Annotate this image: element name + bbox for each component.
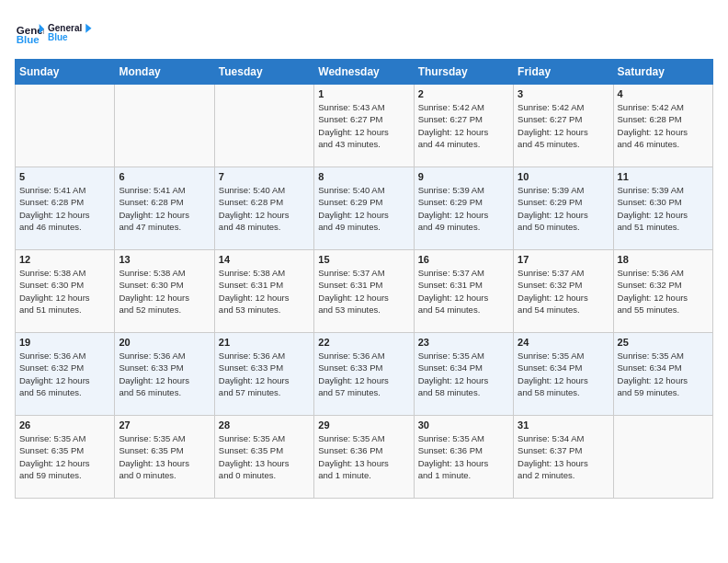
calendar-cell (214, 85, 313, 167)
day-info: Sunrise: 5:35 AM Sunset: 6:35 PM Dayligh… (19, 432, 110, 481)
day-number: 27 (119, 419, 210, 431)
day-number: 10 (518, 171, 609, 182)
day-info: Sunrise: 5:36 AM Sunset: 6:33 PM Dayligh… (318, 350, 409, 398)
calendar-cell: 20Sunrise: 5:36 AM Sunset: 6:33 PM Dayli… (115, 333, 214, 416)
day-number: 3 (518, 88, 609, 99)
day-number: 18 (618, 254, 709, 265)
day-number: 1 (318, 88, 409, 99)
col-header-wednesday: Wednesday (314, 60, 414, 85)
day-info: Sunrise: 5:42 AM Sunset: 6:28 PM Dayligh… (618, 101, 709, 150)
day-info: Sunrise: 5:35 AM Sunset: 6:34 PM Dayligh… (618, 350, 709, 398)
day-info: Sunrise: 5:38 AM Sunset: 6:31 PM Dayligh… (219, 267, 310, 316)
calendar-cell: 13Sunrise: 5:38 AM Sunset: 6:30 PM Dayli… (115, 250, 214, 333)
col-header-saturday: Saturday (613, 60, 712, 85)
day-number: 29 (318, 419, 409, 431)
calendar-cell: 1Sunrise: 5:43 AM Sunset: 6:27 PM Daylig… (314, 85, 414, 167)
day-number: 24 (518, 337, 609, 348)
svg-marker-5 (85, 24, 91, 33)
day-info: Sunrise: 5:39 AM Sunset: 6:29 PM Dayligh… (418, 184, 509, 233)
calendar-cell: 10Sunrise: 5:39 AM Sunset: 6:29 PM Dayli… (514, 167, 613, 250)
day-number: 25 (618, 337, 709, 348)
day-number: 9 (418, 171, 509, 182)
calendar-cell: 8Sunrise: 5:40 AM Sunset: 6:29 PM Daylig… (314, 167, 414, 250)
day-number: 15 (318, 254, 409, 265)
col-header-tuesday: Tuesday (214, 60, 313, 85)
calendar-cell (115, 85, 214, 167)
calendar-cell: 7Sunrise: 5:40 AM Sunset: 6:28 PM Daylig… (214, 167, 313, 250)
calendar-cell: 31Sunrise: 5:34 AM Sunset: 6:37 PM Dayli… (514, 416, 613, 499)
day-number: 19 (19, 337, 110, 348)
day-info: Sunrise: 5:39 AM Sunset: 6:30 PM Dayligh… (618, 184, 709, 233)
calendar-cell: 22Sunrise: 5:36 AM Sunset: 6:33 PM Dayli… (314, 333, 414, 416)
day-number: 8 (318, 171, 409, 182)
col-header-sunday: Sunday (16, 60, 115, 85)
day-number: 2 (418, 88, 509, 99)
day-number: 28 (219, 419, 310, 431)
day-number: 4 (618, 88, 709, 99)
day-info: Sunrise: 5:35 AM Sunset: 6:34 PM Dayligh… (518, 350, 609, 398)
day-info: Sunrise: 5:42 AM Sunset: 6:27 PM Dayligh… (518, 101, 609, 150)
calendar-cell: 15Sunrise: 5:37 AM Sunset: 6:31 PM Dayli… (314, 250, 414, 333)
calendar-cell: 16Sunrise: 5:37 AM Sunset: 6:31 PM Dayli… (414, 250, 513, 333)
day-info: Sunrise: 5:35 AM Sunset: 6:36 PM Dayligh… (418, 432, 509, 481)
day-info: Sunrise: 5:34 AM Sunset: 6:37 PM Dayligh… (518, 432, 609, 481)
day-info: Sunrise: 5:41 AM Sunset: 6:28 PM Dayligh… (19, 184, 110, 233)
logo-icon: General Blue (15, 17, 44, 47)
calendar-cell: 2Sunrise: 5:42 AM Sunset: 6:27 PM Daylig… (414, 85, 513, 167)
col-header-monday: Monday (115, 60, 214, 85)
day-number: 14 (219, 254, 310, 265)
day-info: Sunrise: 5:35 AM Sunset: 6:36 PM Dayligh… (318, 432, 409, 481)
day-info: Sunrise: 5:37 AM Sunset: 6:32 PM Dayligh… (518, 267, 609, 316)
page-header: General Blue General Blue (15, 15, 713, 50)
day-info: Sunrise: 5:36 AM Sunset: 6:33 PM Dayligh… (219, 350, 310, 398)
day-number: 17 (518, 254, 609, 265)
day-info: Sunrise: 5:35 AM Sunset: 6:35 PM Dayligh… (119, 432, 210, 481)
calendar-cell (613, 416, 712, 499)
logo: General Blue General Blue (15, 15, 94, 50)
day-info: Sunrise: 5:38 AM Sunset: 6:30 PM Dayligh… (19, 267, 110, 316)
calendar-cell: 23Sunrise: 5:35 AM Sunset: 6:34 PM Dayli… (414, 333, 513, 416)
day-info: Sunrise: 5:36 AM Sunset: 6:32 PM Dayligh… (618, 267, 709, 316)
calendar-cell: 19Sunrise: 5:36 AM Sunset: 6:32 PM Dayli… (16, 333, 115, 416)
day-number: 23 (418, 337, 509, 348)
calendar-cell: 14Sunrise: 5:38 AM Sunset: 6:31 PM Dayli… (214, 250, 313, 333)
calendar-cell: 27Sunrise: 5:35 AM Sunset: 6:35 PM Dayli… (115, 416, 214, 499)
calendar-cell: 5Sunrise: 5:41 AM Sunset: 6:28 PM Daylig… (16, 167, 115, 250)
svg-text:Blue: Blue (17, 34, 40, 45)
col-header-friday: Friday (514, 60, 613, 85)
calendar-cell: 29Sunrise: 5:35 AM Sunset: 6:36 PM Dayli… (314, 416, 414, 499)
day-number: 13 (119, 254, 210, 265)
day-number: 6 (119, 171, 210, 182)
day-number: 30 (418, 419, 509, 431)
day-info: Sunrise: 5:39 AM Sunset: 6:29 PM Dayligh… (518, 184, 609, 233)
day-number: 7 (219, 171, 310, 182)
svg-text:Blue: Blue (48, 32, 68, 42)
calendar-cell: 30Sunrise: 5:35 AM Sunset: 6:36 PM Dayli… (414, 416, 513, 499)
day-info: Sunrise: 5:36 AM Sunset: 6:33 PM Dayligh… (119, 350, 210, 398)
calendar-cell: 25Sunrise: 5:35 AM Sunset: 6:34 PM Dayli… (613, 333, 712, 416)
day-info: Sunrise: 5:40 AM Sunset: 6:29 PM Dayligh… (318, 184, 409, 233)
calendar-cell: 21Sunrise: 5:36 AM Sunset: 6:33 PM Dayli… (214, 333, 313, 416)
col-header-thursday: Thursday (414, 60, 513, 85)
calendar-cell: 9Sunrise: 5:39 AM Sunset: 6:29 PM Daylig… (414, 167, 513, 250)
svg-text:General: General (48, 23, 82, 33)
logo-graphic: General Blue (48, 15, 94, 50)
day-number: 21 (219, 337, 310, 348)
calendar-cell: 26Sunrise: 5:35 AM Sunset: 6:35 PM Dayli… (16, 416, 115, 499)
day-info: Sunrise: 5:37 AM Sunset: 6:31 PM Dayligh… (318, 267, 409, 316)
day-info: Sunrise: 5:36 AM Sunset: 6:32 PM Dayligh… (19, 350, 110, 398)
calendar-cell: 18Sunrise: 5:36 AM Sunset: 6:32 PM Dayli… (613, 250, 712, 333)
calendar-cell: 3Sunrise: 5:42 AM Sunset: 6:27 PM Daylig… (514, 85, 613, 167)
day-number: 12 (19, 254, 110, 265)
day-number: 11 (618, 171, 709, 182)
day-info: Sunrise: 5:42 AM Sunset: 6:27 PM Dayligh… (418, 101, 509, 150)
day-info: Sunrise: 5:41 AM Sunset: 6:28 PM Dayligh… (119, 184, 210, 233)
day-info: Sunrise: 5:35 AM Sunset: 6:35 PM Dayligh… (219, 432, 310, 481)
day-number: 16 (418, 254, 509, 265)
day-number: 5 (19, 171, 110, 182)
calendar-cell (16, 85, 115, 167)
day-info: Sunrise: 5:40 AM Sunset: 6:28 PM Dayligh… (219, 184, 310, 233)
calendar-cell: 17Sunrise: 5:37 AM Sunset: 6:32 PM Dayli… (514, 250, 613, 333)
calendar-cell: 24Sunrise: 5:35 AM Sunset: 6:34 PM Dayli… (514, 333, 613, 416)
day-info: Sunrise: 5:37 AM Sunset: 6:31 PM Dayligh… (418, 267, 509, 316)
